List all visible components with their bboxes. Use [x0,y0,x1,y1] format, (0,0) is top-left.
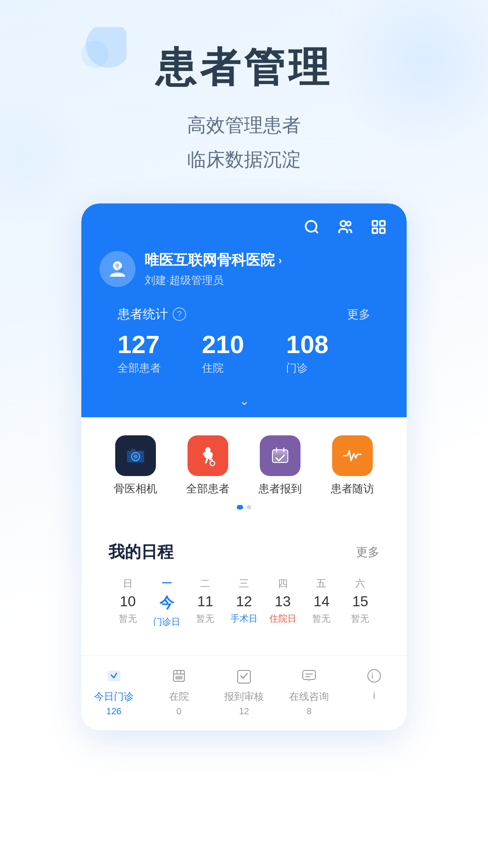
schedule-more-button[interactable]: 更多 [356,544,380,560]
nav-inpatient-icon [168,665,190,687]
svg-rect-8 [373,228,378,233]
all-patients-label: 全部患者 [186,481,230,496]
dot-active [237,505,243,509]
nav-consult-icon [298,665,320,687]
svg-rect-23 [108,670,120,681]
carousel-dots [99,505,389,509]
nav-consult-label: 在线咨询 [289,690,329,703]
svg-point-30 [368,670,380,682]
cal-day-mon-num: 今 [160,593,174,613]
stat-total-label: 全部患者 [117,361,202,375]
cal-day-sat-num: 15 [352,593,368,610]
grid-button[interactable] [369,217,389,237]
cal-day-sun-status: 暂无 [119,613,137,625]
nav-outpatient-badge: 126 [106,706,121,717]
cal-day-tue[interactable]: 二 11 暂无 [186,577,225,628]
phone-card-wrapper: 唯医互联网骨科医院 › 刘建·超级管理员 患者统计 ? 更多 [0,203,488,730]
search-button[interactable] [302,217,322,237]
stats-header: 患者统计 ? 更多 [117,306,371,323]
checkin-icon-box [260,435,300,476]
cal-day-thu[interactable]: 四 13 住院日 [263,577,302,628]
stats-title: 患者统计 ? [117,306,186,323]
schedule-section: 我的日程 更多 日 10 暂无 一 今 门诊日 二 11 [81,523,407,655]
stat-total[interactable]: 127 全部患者 [117,332,202,375]
cal-day-fri-status: 暂无 [312,613,330,625]
chevron-down-icon: ⌄ [239,393,249,408]
icon-camera[interactable]: 骨医相机 [99,435,172,496]
stat-outpatient[interactable]: 108 门诊 [286,332,371,375]
cal-day-wed-name: 三 [239,577,249,590]
dot-inactive [247,505,251,509]
nav-more[interactable]: i i [342,665,407,717]
stats-help-icon[interactable]: ? [173,307,186,321]
nav-consult[interactable]: 在线咨询 8 [277,665,342,717]
calendar-strip: 日 10 暂无 一 今 门诊日 二 11 暂无 三 12 手术日 [108,577,380,628]
svg-text:i: i [371,671,373,680]
icons-grid: 骨医相机 全部患者 [99,435,389,496]
svg-point-2 [306,221,317,232]
icon-followup[interactable]: 患者随访 [316,435,389,496]
stats-expand-button[interactable]: ⌄ [99,389,389,417]
cal-day-sat[interactable]: 六 15 暂无 [341,577,380,628]
nav-outpatient-icon [103,665,125,687]
cal-day-mon[interactable]: 一 今 门诊日 [147,577,186,628]
schedule-title: 我的日程 [108,541,174,563]
profile-info: 唯医互联网骨科医院 › 刘建·超级管理员 [145,250,282,288]
cal-day-wed-status: 手术日 [230,613,258,625]
svg-rect-9 [380,228,385,233]
nav-review[interactable]: 报到审核 12 [211,665,277,717]
nav-inpatient-badge: 0 [176,706,181,717]
svg-rect-19 [272,450,288,454]
stat-total-number: 127 [117,332,202,357]
nav-inpatient-label: 在院 [169,690,189,703]
page-title: 患者管理 [0,45,488,90]
avatar [99,251,136,287]
cal-day-tue-name: 二 [200,577,210,590]
stat-inpatient-label: 住院 [202,361,286,375]
app-header: 唯医互联网骨科医院 › 刘建·超级管理员 患者统计 ? 更多 [81,203,407,417]
cal-day-sun[interactable]: 日 10 暂无 [108,577,147,628]
profile-section[interactable]: 唯医互联网骨科医院 › 刘建·超级管理员 [99,250,389,288]
user-role: 刘建·超级管理员 [145,273,282,288]
stats-grid: 127 全部患者 210 住院 108 门诊 [117,332,371,375]
nav-review-badge: 12 [239,706,249,717]
schedule-header: 我的日程 更多 [108,541,380,563]
icon-all-patients[interactable]: 全部患者 [172,435,244,496]
phone-card: 唯医互联网骨科医院 › 刘建·超级管理员 患者统计 ? 更多 [81,203,407,730]
stat-outpatient-label: 门诊 [286,361,371,375]
camera-icon-box [115,435,156,476]
svg-rect-25 [175,676,183,679]
cal-day-fri[interactable]: 五 14 暂无 [302,577,341,628]
nav-consult-badge: 8 [306,706,311,717]
stat-inpatient[interactable]: 210 住院 [202,332,286,375]
bottom-nav: 今日门诊 126 在院 0 [81,655,407,730]
nav-review-label: 报到审核 [224,690,264,703]
cal-day-wed[interactable]: 三 12 手术日 [225,577,263,628]
icon-checkin[interactable]: 患者报到 [244,435,316,496]
checkin-label: 患者报到 [258,481,302,496]
cal-day-thu-name: 四 [278,577,288,590]
hero-section: 患者管理 高效管理患者 临床数据沉淀 [0,0,488,176]
cal-day-tue-num: 11 [197,593,214,610]
nav-inpatient[interactable]: 在院 0 [146,665,211,717]
hero-subtitle: 高效管理患者 临床数据沉淀 [0,108,488,176]
cal-day-mon-status: 门诊日 [153,616,180,628]
stats-more-button[interactable]: 更多 [347,307,371,322]
stat-inpatient-number: 210 [202,332,286,357]
svg-rect-15 [138,452,141,454]
cal-day-thu-num: 13 [275,593,291,610]
cal-day-mon-name: 一 [162,577,172,590]
contacts-button[interactable] [335,217,355,237]
nav-outpatient[interactable]: 今日门诊 126 [81,665,146,717]
svg-point-17 [210,461,215,466]
svg-point-13 [133,454,138,459]
nav-more-label: i [373,690,375,702]
svg-line-3 [315,230,318,233]
svg-rect-14 [131,449,136,452]
header-icons-row [99,217,389,237]
hero-decoration-icon [81,27,127,72]
camera-label: 骨医相机 [114,481,157,496]
hospital-arrow: › [278,254,282,267]
svg-point-4 [341,221,346,226]
cal-day-sun-num: 10 [120,593,136,610]
